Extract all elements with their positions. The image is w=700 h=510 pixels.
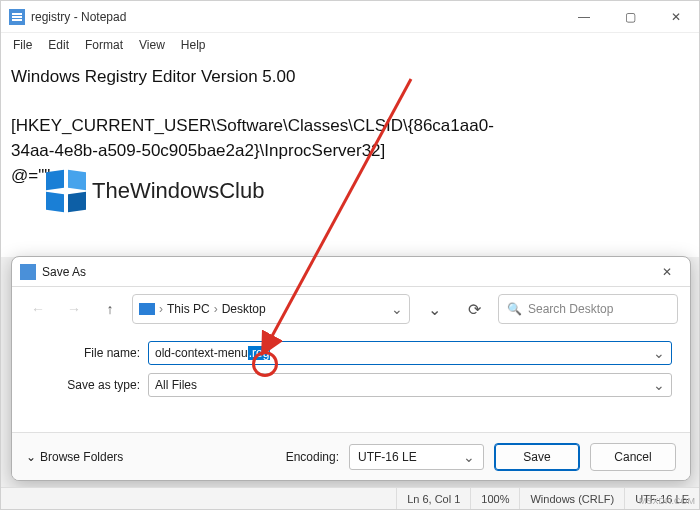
titlebar: registry - Notepad — ▢ ✕ bbox=[1, 1, 699, 33]
search-placeholder: Search Desktop bbox=[528, 302, 613, 316]
doc-line-2a: [HKEY_CURRENT_USER\Software\Classes\CLSI… bbox=[11, 114, 689, 139]
dialog-form: File name: old-context-menu.reg Save as … bbox=[12, 331, 690, 411]
menu-view[interactable]: View bbox=[131, 36, 173, 54]
maximize-button[interactable]: ▢ bbox=[607, 1, 653, 33]
close-button[interactable]: ✕ bbox=[653, 1, 699, 33]
nav-back-button[interactable]: ← bbox=[24, 295, 52, 323]
source-watermark: MSXDN.COM bbox=[639, 496, 695, 506]
search-icon: 🔍 bbox=[507, 302, 522, 316]
minimize-button[interactable]: — bbox=[561, 1, 607, 33]
nav-up-button[interactable]: ↑ bbox=[96, 295, 124, 323]
menu-help[interactable]: Help bbox=[173, 36, 214, 54]
dialog-close-button[interactable]: ✕ bbox=[644, 257, 690, 287]
editor-content[interactable]: Windows Registry Editor Version 5.00 [HK… bbox=[1, 57, 699, 257]
menubar: File Edit Format View Help bbox=[1, 33, 699, 57]
dialog-icon bbox=[20, 264, 36, 280]
filetype-field[interactable]: All Files bbox=[148, 373, 672, 397]
filetype-label: Save as type: bbox=[30, 378, 140, 392]
encoding-field[interactable]: UTF-16 LE bbox=[349, 444, 484, 470]
logo-text: TheWindowsClub bbox=[92, 178, 264, 204]
dropdown-icon[interactable]: ⌄ bbox=[418, 294, 450, 324]
filetype-value: All Files bbox=[155, 378, 197, 392]
save-as-dialog: Save As ✕ ← → ↑ › This PC › Desktop ⌄ ⟳ … bbox=[11, 256, 691, 481]
menu-file[interactable]: File bbox=[5, 36, 40, 54]
logo-mark-icon bbox=[46, 171, 86, 211]
refresh-button[interactable]: ⟳ bbox=[458, 294, 490, 324]
filename-prefix: old-context-menu bbox=[155, 346, 248, 360]
window-title: registry - Notepad bbox=[31, 10, 561, 24]
crumb-root[interactable]: This PC bbox=[167, 302, 210, 316]
browse-folders-label: Browse Folders bbox=[40, 450, 123, 464]
chevron-down-icon: ⌄ bbox=[26, 450, 36, 464]
crumb-folder[interactable]: Desktop bbox=[222, 302, 266, 316]
breadcrumb[interactable]: › This PC › Desktop bbox=[132, 294, 410, 324]
filename-selected-ext: .reg bbox=[248, 346, 271, 360]
pc-icon bbox=[139, 303, 155, 315]
statusbar: Ln 6, Col 1 100% Windows (CRLF) UTF-16 L… bbox=[1, 487, 699, 509]
save-button[interactable]: Save bbox=[494, 443, 580, 471]
browse-folders-button[interactable]: ⌄ Browse Folders bbox=[26, 450, 123, 464]
status-zoom: 100% bbox=[470, 488, 519, 509]
status-position: Ln 6, Col 1 bbox=[396, 488, 470, 509]
search-input[interactable]: 🔍 Search Desktop bbox=[498, 294, 678, 324]
nav-forward-button[interactable]: → bbox=[60, 295, 88, 323]
cancel-button[interactable]: Cancel bbox=[590, 443, 676, 471]
status-eol: Windows (CRLF) bbox=[519, 488, 624, 509]
encoding-value: UTF-16 LE bbox=[358, 450, 417, 464]
doc-line-1: Windows Registry Editor Version 5.00 bbox=[11, 65, 689, 90]
dialog-titlebar: Save As ✕ bbox=[12, 257, 690, 287]
notepad-icon bbox=[9, 9, 25, 25]
menu-edit[interactable]: Edit bbox=[40, 36, 77, 54]
doc-line-2b: 34aa-4e8b-a509-50c905bae2a2}\InprocServe… bbox=[11, 139, 689, 164]
menu-format[interactable]: Format bbox=[77, 36, 131, 54]
filename-label: File name: bbox=[30, 346, 140, 360]
dialog-title: Save As bbox=[42, 265, 86, 279]
chevron-right-icon: › bbox=[159, 302, 163, 316]
dialog-footer: ⌄ Browse Folders Encoding: UTF-16 LE Sav… bbox=[12, 432, 690, 480]
dialog-navbar: ← → ↑ › This PC › Desktop ⌄ ⟳ 🔍 Search D… bbox=[12, 287, 690, 331]
filename-field[interactable]: old-context-menu.reg bbox=[148, 341, 672, 365]
watermark-logo: TheWindowsClub bbox=[46, 171, 264, 211]
chevron-right-icon: › bbox=[214, 302, 218, 316]
encoding-label: Encoding: bbox=[286, 450, 339, 464]
